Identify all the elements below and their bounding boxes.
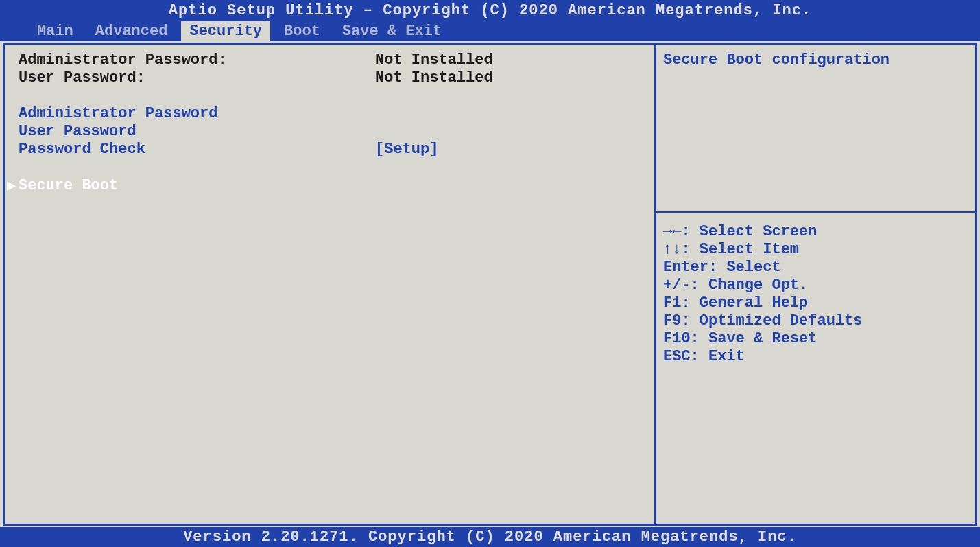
help-context: Secure Boot configuration xyxy=(663,51,968,69)
spacer xyxy=(19,87,641,105)
main-area: Administrator Password: Not Installed Us… xyxy=(3,43,977,526)
triangle-right-icon: ▶ xyxy=(7,176,19,195)
secure-boot-label: Secure Boot xyxy=(19,177,118,194)
user-password-link[interactable]: User Password xyxy=(19,123,641,141)
right-panel: Secure Boot configuration →←: Select Scr… xyxy=(656,45,975,524)
help-esc: ESC: Exit xyxy=(663,348,968,366)
tab-main[interactable]: Main xyxy=(29,21,82,41)
help-f10: F10: Save & Reset xyxy=(663,330,968,348)
tab-boot[interactable]: Boot xyxy=(276,21,328,41)
admin-password-value: Not Installed xyxy=(375,51,493,69)
help-change-opt: +/-: Change Opt. xyxy=(663,277,968,294)
help-enter: Enter: Select xyxy=(663,259,968,277)
user-password-link-label: User Password xyxy=(19,123,136,141)
help-f9: F9: Optimized Defaults xyxy=(663,312,968,330)
tab-security[interactable]: Security xyxy=(181,21,270,41)
left-panel: Administrator Password: Not Installed Us… xyxy=(5,45,656,524)
password-check-label: Password Check xyxy=(19,141,375,159)
admin-password-link[interactable]: Administrator Password xyxy=(19,105,641,123)
help-f1: F1: General Help xyxy=(663,294,968,312)
password-check-item[interactable]: Password Check [Setup] xyxy=(19,141,641,159)
admin-password-label: Administrator Password: xyxy=(19,51,375,69)
tab-bar: Main Advanced Security Boot Save & Exit xyxy=(0,21,980,41)
tab-advanced[interactable]: Advanced xyxy=(87,21,176,41)
spacer xyxy=(663,75,968,211)
tab-save-exit[interactable]: Save & Exit xyxy=(334,21,450,41)
spacer xyxy=(663,366,968,517)
user-password-label: User Password: xyxy=(19,69,375,87)
bios-container: Aptio Setup Utility – Copyright (C) 2020… xyxy=(0,0,980,547)
admin-password-link-label: Administrator Password xyxy=(19,105,217,123)
secure-boot-item[interactable]: ▶ Secure Boot xyxy=(5,176,641,195)
user-password-value: Not Installed xyxy=(375,69,493,87)
user-password-status: User Password: Not Installed xyxy=(19,69,641,87)
title-bar: Aptio Setup Utility – Copyright (C) 2020… xyxy=(0,0,980,21)
footer-bar: Version 2.20.1271. Copyright (C) 2020 Am… xyxy=(0,527,980,547)
help-select-screen: →←: Select Screen xyxy=(663,223,968,241)
password-check-value: [Setup] xyxy=(375,141,438,159)
admin-password-status: Administrator Password: Not Installed xyxy=(19,51,641,69)
help-select-item: ↑↓: Select Item xyxy=(663,241,968,259)
divider xyxy=(656,211,975,213)
spacer xyxy=(19,159,641,176)
